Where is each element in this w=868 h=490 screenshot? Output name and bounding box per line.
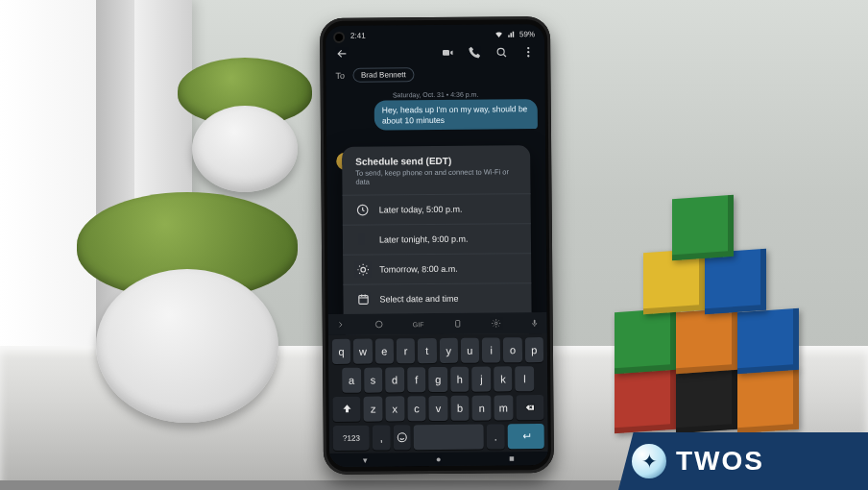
mic-icon[interactable] <box>530 318 540 328</box>
camera-hole <box>335 34 343 41</box>
key-row-3: z x c v b n m <box>332 395 543 422</box>
battery-text: 59% <box>519 30 535 38</box>
key-g[interactable]: g <box>428 367 447 392</box>
message-thread: Saturday, Oct. 31 • 4:36 p.m. Hey, heads… <box>326 86 545 135</box>
key-l[interactable]: l <box>516 366 535 391</box>
wifi-icon <box>494 30 503 38</box>
svg-rect-0 <box>443 50 449 56</box>
sun-icon <box>356 262 370 276</box>
symbols-key[interactable]: ?123 <box>333 426 371 451</box>
key-v[interactable]: v <box>429 396 448 421</box>
svg-point-6 <box>361 267 366 272</box>
key-y[interactable]: y <box>439 338 458 363</box>
more-icon[interactable] <box>521 45 535 59</box>
option-later-tonight[interactable]: Later tonight, 9:00 p.m. <box>343 223 531 255</box>
key-z[interactable]: z <box>364 397 383 422</box>
svg-point-4 <box>527 55 529 57</box>
space-key[interactable] <box>414 425 484 451</box>
phone-screen: 2:41 59% <box>326 24 548 467</box>
android-nav-bar: ▾ ● ■ <box>329 452 548 467</box>
settings-icon[interactable] <box>492 318 501 328</box>
gif-icon[interactable]: GIF <box>413 321 424 328</box>
chevron-right-icon[interactable] <box>336 320 346 330</box>
key-t[interactable]: t <box>418 338 437 363</box>
key-r[interactable]: r <box>397 338 416 363</box>
shift-key[interactable] <box>332 397 361 422</box>
keyboard: q w e r t y u i o p a s d f g h j k l <box>328 333 548 467</box>
search-icon[interactable] <box>494 45 508 59</box>
key-e[interactable]: e <box>374 338 394 363</box>
key-f[interactable]: f <box>407 367 426 392</box>
schedule-send-dialog: Schedule send (EDT) To send, keep phone … <box>342 145 532 339</box>
moon-icon <box>356 233 370 246</box>
svg-rect-9 <box>455 320 459 327</box>
key-c[interactable]: c <box>407 396 426 421</box>
toy-blocks <box>615 226 845 447</box>
dialog-subtitle: To send, keep phone on and connect to Wi… <box>355 167 517 186</box>
key-q[interactable]: q <box>332 339 351 364</box>
sticker-icon[interactable] <box>374 319 384 329</box>
key-row-2: a s d f g h j k l <box>332 366 543 393</box>
plant-pot-large <box>96 269 278 423</box>
nav-recents-icon[interactable]: ■ <box>509 453 515 463</box>
key-s[interactable]: s <box>364 368 383 393</box>
option-label: Later tonight, 9:00 p.m. <box>379 233 469 244</box>
key-w[interactable]: w <box>353 339 373 364</box>
enter-key[interactable] <box>507 424 544 449</box>
option-select-datetime[interactable]: Select date and time <box>343 282 531 314</box>
key-o[interactable]: o <box>503 337 522 362</box>
svg-point-8 <box>375 321 382 328</box>
clipboard-icon[interactable] <box>453 319 463 329</box>
option-label: Tomorrow, 8:00 a.m. <box>379 264 458 275</box>
lightbulb-icon: ✦ <box>632 444 666 478</box>
brand-badge: ✦ TWOS <box>618 432 868 490</box>
period-key[interactable]: . <box>487 424 505 449</box>
status-time: 2:41 <box>350 31 366 39</box>
message-timestamp: Saturday, Oct. 31 • 4:36 p.m. <box>334 90 538 99</box>
key-n[interactable]: n <box>472 396 492 421</box>
compose-to-row: To Brad Bennett <box>326 62 544 88</box>
back-icon[interactable] <box>335 47 349 61</box>
key-x[interactable]: x <box>385 396 404 421</box>
phone-device: 2:41 59% <box>320 16 554 475</box>
app-bar <box>326 41 544 64</box>
key-d[interactable]: d <box>385 367 404 392</box>
keyboard-suggest-bar: GIF <box>328 312 547 335</box>
svg-point-10 <box>494 322 497 325</box>
clock-icon <box>356 203 370 216</box>
calendar-icon <box>356 292 370 306</box>
comma-key[interactable]: , <box>373 425 391 450</box>
key-b[interactable]: b <box>450 396 470 421</box>
svg-point-3 <box>527 51 529 53</box>
option-later-today[interactable]: Later today, 5:00 p.m. <box>343 193 531 225</box>
key-k[interactable]: k <box>494 366 513 391</box>
plant-pot-small <box>192 106 298 192</box>
recipient-chip[interactable]: Brad Bennett <box>352 67 415 83</box>
video-call-icon[interactable] <box>441 46 454 60</box>
nav-home-icon[interactable]: ● <box>436 454 442 464</box>
phone-call-icon[interactable] <box>468 46 481 60</box>
svg-rect-7 <box>359 295 368 304</box>
key-row-1: q w e r t y u i o p <box>332 337 543 364</box>
svg-point-12 <box>398 433 406 442</box>
key-row-4: ?123 , . <box>333 424 544 451</box>
option-tomorrow[interactable]: Tomorrow, 8:00 a.m. <box>343 253 531 284</box>
nav-back-icon[interactable]: ▾ <box>363 455 368 465</box>
option-label: Later today, 5:00 p.m. <box>379 205 463 215</box>
sent-message-bubble[interactable]: Hey, heads up I'm on my way, should be a… <box>374 99 538 131</box>
key-h[interactable]: h <box>450 367 470 392</box>
key-m[interactable]: m <box>494 395 513 420</box>
svg-point-1 <box>497 48 504 55</box>
dialog-title: Schedule send (EDT) <box>355 155 517 166</box>
option-label: Select date and time <box>379 294 458 305</box>
svg-point-2 <box>527 47 529 49</box>
backspace-key[interactable] <box>516 395 544 420</box>
status-bar: 2:41 59% <box>326 24 544 43</box>
key-j[interactable]: j <box>471 367 491 392</box>
to-label: To <box>335 70 345 80</box>
key-a[interactable]: a <box>342 368 361 393</box>
key-p[interactable]: p <box>525 337 544 362</box>
key-u[interactable]: u <box>461 338 480 363</box>
emoji-key[interactable] <box>393 425 411 450</box>
key-i[interactable]: i <box>482 337 501 362</box>
